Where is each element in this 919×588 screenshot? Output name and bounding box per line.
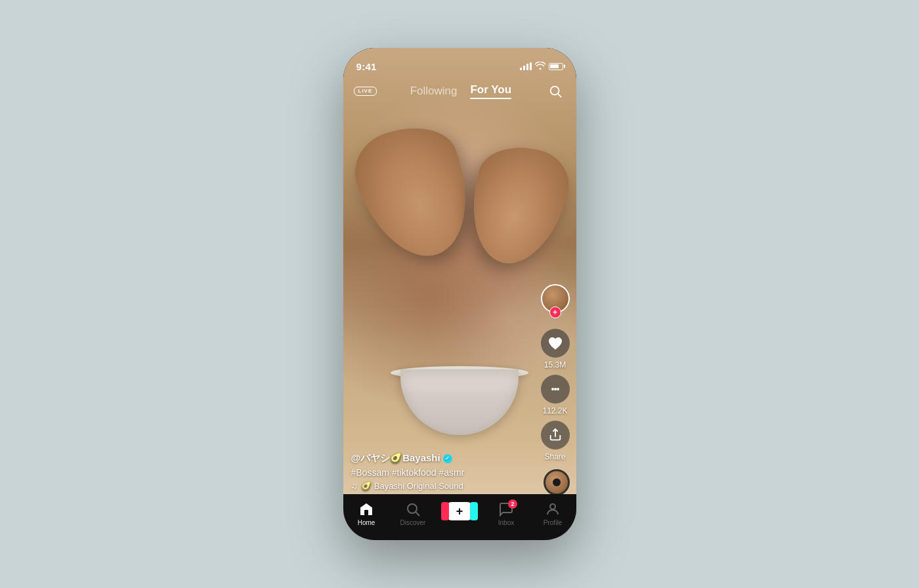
- home-label: Home: [358, 519, 375, 526]
- nav-profile[interactable]: Profile: [530, 499, 576, 526]
- wifi-icon: [535, 62, 545, 72]
- status-icons: [520, 62, 563, 72]
- hand-right: [458, 136, 576, 274]
- top-nav: LIVE Following For You: [343, 77, 576, 106]
- music-info[interactable]: ♫ 🥑 Bayashi Original Sound: [351, 481, 537, 491]
- inbox-label: Inbox: [498, 519, 514, 526]
- video-hashtags[interactable]: #Bossam #tiktokfood #asmr: [351, 467, 537, 478]
- status-bar: 9:41: [343, 48, 576, 77]
- svg-point-2: [551, 388, 554, 390]
- search-button[interactable]: [545, 81, 566, 102]
- nav-inbox[interactable]: 2 Inbox: [483, 499, 530, 526]
- video-info: @バヤシ🥑Bayashi #Bossam #tiktokfood #asmr ♫…: [351, 452, 537, 491]
- like-action[interactable]: 15.3M: [541, 329, 570, 369]
- battery-fill: [550, 64, 559, 68]
- music-disc-center: [553, 478, 561, 486]
- phone-frame: 9:41 LIVE Foll: [343, 48, 576, 540]
- hand-left: [343, 113, 487, 272]
- nav-tabs: Following For You: [410, 83, 511, 99]
- create-button[interactable]: +: [446, 502, 473, 520]
- comment-button[interactable]: [541, 375, 570, 404]
- like-count: 15.3M: [544, 360, 566, 369]
- nav-home[interactable]: Home: [343, 499, 390, 526]
- follow-button[interactable]: +: [549, 306, 561, 318]
- svg-line-1: [558, 94, 561, 97]
- share-icon: [548, 428, 563, 442]
- search-icon: [548, 84, 563, 98]
- bowl-shape: [400, 369, 519, 435]
- home-icon-container: [358, 501, 375, 518]
- svg-point-7: [408, 504, 417, 513]
- inbox-badge: 2: [508, 499, 517, 509]
- add-btn-container[interactable]: +: [437, 499, 483, 520]
- profile-icon-container: [544, 501, 561, 518]
- plus-icon: +: [456, 505, 463, 517]
- creator-avatar-container[interactable]: +: [541, 284, 570, 313]
- comment-action[interactable]: 112.2K: [541, 375, 570, 415]
- svg-point-9: [550, 504, 555, 509]
- nav-discover[interactable]: Discover: [390, 499, 437, 526]
- music-title: 🥑 Bayashi Original Sound: [361, 481, 463, 491]
- bottom-nav: Home Discover + 2 Inbox: [343, 494, 576, 540]
- music-disc[interactable]: [544, 469, 570, 495]
- following-tab[interactable]: Following: [410, 85, 458, 98]
- live-label: LIVE: [358, 89, 373, 94]
- svg-line-8: [416, 513, 420, 516]
- live-button[interactable]: LIVE: [354, 87, 377, 96]
- share-action[interactable]: Share: [541, 421, 570, 461]
- status-time: 9:41: [356, 61, 377, 72]
- comment-icon: [547, 381, 563, 397]
- comment-count: 112.2K: [542, 406, 567, 415]
- signal-icon: [520, 62, 532, 70]
- svg-point-4: [557, 388, 559, 390]
- home-icon: [358, 501, 374, 517]
- creator-username[interactable]: @バヤシ🥑Bayashi: [351, 452, 537, 465]
- discover-label: Discover: [400, 519, 426, 526]
- svg-rect-6: [364, 510, 368, 515]
- for-you-tab[interactable]: For You: [470, 83, 511, 99]
- profile-icon: [545, 501, 561, 517]
- svg-point-3: [554, 388, 557, 390]
- battery-icon: [549, 63, 563, 70]
- discover-icon: [405, 501, 421, 517]
- right-actions: + 15.3M 112.2K: [541, 284, 570, 461]
- profile-label: Profile: [544, 519, 562, 526]
- discover-icon-container: [404, 501, 421, 518]
- like-button[interactable]: [541, 329, 570, 358]
- inbox-icon-container: 2: [498, 501, 515, 518]
- share-label: Share: [544, 452, 565, 461]
- svg-point-0: [550, 87, 559, 95]
- verified-badge: [443, 454, 452, 463]
- share-button[interactable]: [541, 421, 570, 450]
- music-note-icon: ♫: [351, 481, 358, 491]
- heart-icon: [547, 336, 563, 350]
